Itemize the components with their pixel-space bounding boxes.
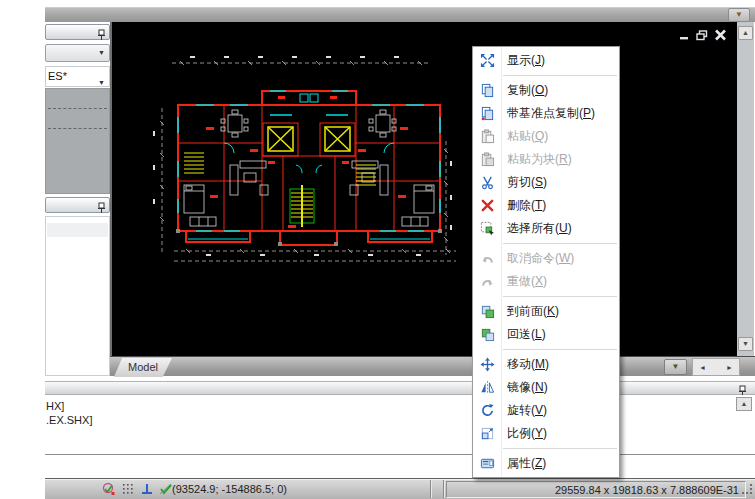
menu-item-label: 移动(M): [501, 356, 549, 373]
menu-item-cancel-command: 取消命令(W): [473, 247, 619, 270]
rotate-icon: [473, 403, 501, 418]
restore-icon[interactable]: [696, 27, 708, 45]
status-divider: [443, 480, 444, 498]
list-item[interactable]: [47, 223, 108, 237]
redo-icon: [473, 274, 501, 289]
snap-toggle-icon[interactable]: [101, 481, 117, 499]
tab-model[interactable]: Model: [114, 358, 172, 377]
menu-item-select-all[interactable]: 选择所有(U): [473, 217, 619, 240]
chevron-down-icon: ▼: [735, 10, 743, 19]
panel-toolbar-dropdown[interactable]: ▼: [45, 44, 110, 62]
command-line-text: .EX.SHX]: [46, 413, 755, 427]
top-toolbar-strip: ▼: [45, 7, 755, 22]
resize-grip[interactable]: [742, 484, 753, 497]
menu-item-label: 到前面(K): [501, 303, 559, 320]
menu-item-label: 回送(L): [501, 326, 546, 343]
panel-preview-box: [45, 88, 110, 194]
zoom-extents-icon: [473, 53, 501, 68]
context-menu: 显示(J)复制(O)带基准点复制(P)粘贴(Q)粘贴为块(R)剪切(S)删除(T…: [472, 46, 620, 478]
mirror-icon: [473, 380, 501, 395]
menu-item-properties[interactable]: 属性(Z): [473, 452, 619, 475]
selection-dimensions: 29559.84 x 19818.63 x 7.888609E-31: [446, 481, 746, 498]
menu-item-redo: 重做(X): [473, 270, 619, 293]
ortho-toggle-icon[interactable]: [139, 481, 155, 499]
menu-item-label: 剪切(S): [501, 174, 547, 191]
menu-item-label: 比例(Y): [501, 425, 547, 442]
menu-item-display[interactable]: 显示(J): [473, 49, 619, 72]
layout-tab-strip: Model ▼ ◄ ►: [110, 356, 755, 376]
document-window-controls: [679, 27, 727, 45]
status-divider: [430, 480, 431, 498]
bring-front-icon: [473, 304, 501, 319]
menu-item-delete[interactable]: 删除(T): [473, 194, 619, 217]
scale-icon: [473, 426, 501, 441]
send-back-icon: [473, 327, 501, 342]
grid-toggle-icon[interactable]: [120, 481, 136, 499]
layer-combo-value: ES*: [48, 70, 67, 82]
dock-panel-header-bottom[interactable]: [45, 197, 110, 213]
menu-item-mirror[interactable]: 镜像(N): [473, 376, 619, 399]
delete-icon: [473, 198, 501, 213]
menu-separator: [503, 243, 617, 244]
drawing-canvas[interactable]: [110, 22, 737, 356]
command-panel-header[interactable]: [45, 381, 755, 395]
close-icon[interactable]: [714, 27, 727, 45]
status-bar: (93524.9; -154886.5; 0) 29559.84 x 19818…: [45, 478, 755, 499]
layer-combo[interactable]: ES* ▼: [45, 66, 110, 87]
dock-panel-header-top[interactable]: [45, 24, 110, 40]
panel-list-area: [45, 216, 110, 376]
menu-item-label: 复制(O): [501, 82, 548, 99]
tab-list-button[interactable]: ▼: [664, 359, 687, 375]
command-line-text: HX]: [46, 399, 755, 413]
menu-item-copy-with-basepoint[interactable]: 带基准点复制(P): [473, 102, 619, 125]
copy-icon: [473, 83, 501, 98]
menu-item-label: 镜像(N): [501, 379, 548, 396]
menu-item-label: 带基准点复制(P): [501, 105, 595, 122]
scroll-down-icon[interactable]: ▼: [738, 337, 753, 351]
menu-item-move[interactable]: 移动(M): [473, 353, 619, 376]
menu-item-send-back[interactable]: 回送(L): [473, 323, 619, 346]
dashed-divider: [48, 108, 107, 109]
menu-item-label: 选择所有(U): [501, 220, 572, 237]
toolbar-overflow-button[interactable]: ▼: [728, 8, 750, 22]
pin-icon[interactable]: [97, 27, 106, 45]
menu-item-scale[interactable]: 比例(Y): [473, 422, 619, 445]
menu-item-label: 粘贴(Q): [501, 128, 548, 145]
menu-item-bring-to-front[interactable]: 到前面(K): [473, 300, 619, 323]
scroll-left-icon[interactable]: ◄: [699, 364, 706, 371]
select-all-icon: [473, 221, 501, 236]
properties-icon: [473, 456, 501, 471]
menu-item-cut[interactable]: 剪切(S): [473, 171, 619, 194]
vertical-scrollbar[interactable]: ▲ ▼: [737, 22, 754, 356]
menu-separator: [503, 75, 617, 76]
floor-plan-drawing: [150, 53, 468, 271]
dashed-divider: [48, 128, 107, 129]
menu-item-paste-as-block: 粘贴为块(R): [473, 148, 619, 171]
menu-item-label: 重做(X): [501, 273, 547, 290]
scroll-right-icon[interactable]: ►: [726, 364, 733, 371]
menu-item-label: 属性(Z): [501, 455, 546, 472]
menu-item-rotate[interactable]: 旋转(V): [473, 399, 619, 422]
command-line-area[interactable]: HX] .EX.SHX]: [45, 395, 755, 455]
menu-item-paste: 粘贴(Q): [473, 125, 619, 148]
menu-item-copy[interactable]: 复制(O): [473, 79, 619, 102]
cursor-coordinates: (93524.9; -154886.5; 0): [172, 483, 287, 495]
chevron-down-icon: ▼: [98, 49, 105, 56]
move-icon: [473, 357, 501, 372]
copy-base-icon: [473, 106, 501, 121]
command-scroll-up-icon[interactable]: ▲: [736, 397, 752, 411]
menu-separator: [503, 349, 617, 350]
chevron-down-icon: ▼: [672, 362, 680, 371]
menu-separator: [503, 448, 617, 449]
minimize-icon[interactable]: [679, 27, 690, 45]
left-dock-panel: ▼ ES* ▼: [45, 22, 110, 377]
scroll-up-icon[interactable]: ▲: [738, 26, 753, 40]
menu-item-label: 显示(J): [501, 52, 545, 69]
menu-item-label: 粘贴为块(R): [501, 151, 572, 168]
menu-item-label: 旋转(V): [501, 402, 547, 419]
paste-icon: [473, 129, 501, 144]
menu-separator: [503, 296, 617, 297]
horizontal-scrollbar[interactable]: ◄ ►: [692, 358, 740, 376]
menu-item-label: 取消命令(W): [501, 250, 574, 267]
menu-item-label: 删除(T): [501, 197, 546, 214]
